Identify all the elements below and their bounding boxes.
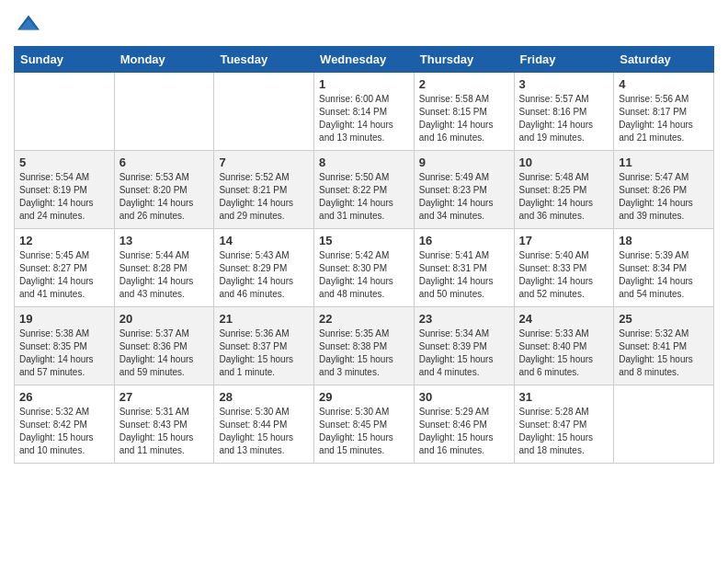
day-number: 11 (619, 155, 709, 169)
day-detail: Sunrise: 5:50 AM Sunset: 8:22 PM Dayligh… (319, 171, 409, 223)
calendar-cell: 8Sunrise: 5:50 AM Sunset: 8:22 PM Daylig… (314, 151, 415, 229)
day-number: 8 (319, 155, 409, 169)
calendar-cell (15, 73, 115, 151)
header-friday: Friday (514, 47, 614, 73)
day-number: 31 (519, 390, 609, 404)
day-detail: Sunrise: 5:43 AM Sunset: 8:29 PM Dayligh… (219, 249, 309, 301)
day-detail: Sunrise: 6:00 AM Sunset: 8:14 PM Dayligh… (319, 93, 409, 144)
calendar-page: SundayMondayTuesdayWednesdayThursdayFrid… (0, 0, 728, 477)
calendar-cell: 4Sunrise: 5:56 AM Sunset: 8:17 PM Daylig… (614, 73, 714, 151)
calendar-cell: 21Sunrise: 5:36 AM Sunset: 8:37 PM Dayli… (214, 307, 314, 385)
calendar-cell: 11Sunrise: 5:47 AM Sunset: 8:26 PM Dayli… (614, 151, 714, 229)
day-number: 2 (419, 77, 509, 91)
calendar-table: SundayMondayTuesdayWednesdayThursdayFrid… (14, 46, 714, 464)
day-number: 21 (219, 312, 309, 326)
day-number: 30 (419, 390, 509, 404)
day-detail: Sunrise: 5:30 AM Sunset: 8:45 PM Dayligh… (319, 406, 409, 457)
day-detail: Sunrise: 5:48 AM Sunset: 8:25 PM Dayligh… (519, 171, 609, 223)
day-detail: Sunrise: 5:57 AM Sunset: 8:16 PM Dayligh… (519, 93, 609, 144)
day-detail: Sunrise: 5:52 AM Sunset: 8:21 PM Dayligh… (219, 171, 309, 223)
calendar-cell: 16Sunrise: 5:41 AM Sunset: 8:31 PM Dayli… (414, 229, 514, 307)
calendar-week-row: 5Sunrise: 5:54 AM Sunset: 8:19 PM Daylig… (15, 151, 714, 229)
calendar-cell: 23Sunrise: 5:34 AM Sunset: 8:39 PM Dayli… (414, 307, 514, 385)
day-number: 15 (319, 234, 409, 247)
day-detail: Sunrise: 5:35 AM Sunset: 8:38 PM Dayligh… (319, 327, 409, 379)
calendar-cell: 27Sunrise: 5:31 AM Sunset: 8:43 PM Dayli… (114, 385, 214, 464)
calendar-cell: 25Sunrise: 5:32 AM Sunset: 8:41 PM Dayli… (614, 307, 714, 385)
day-detail: Sunrise: 5:30 AM Sunset: 8:44 PM Dayligh… (219, 406, 309, 457)
day-number: 29 (319, 390, 409, 404)
calendar-cell (614, 385, 714, 464)
day-number: 25 (619, 312, 709, 326)
day-detail: Sunrise: 5:45 AM Sunset: 8:27 PM Dayligh… (19, 249, 109, 301)
day-number: 9 (419, 155, 509, 169)
calendar-cell: 28Sunrise: 5:30 AM Sunset: 8:44 PM Dayli… (214, 385, 314, 464)
day-detail: Sunrise: 5:41 AM Sunset: 8:31 PM Dayligh… (419, 249, 509, 301)
calendar-cell: 10Sunrise: 5:48 AM Sunset: 8:25 PM Dayli… (514, 151, 614, 229)
day-detail: Sunrise: 5:44 AM Sunset: 8:28 PM Dayligh… (119, 249, 210, 301)
calendar-cell: 26Sunrise: 5:32 AM Sunset: 8:42 PM Dayli… (15, 385, 115, 464)
calendar-cell: 15Sunrise: 5:42 AM Sunset: 8:30 PM Dayli… (314, 229, 415, 307)
calendar-cell: 19Sunrise: 5:38 AM Sunset: 8:35 PM Dayli… (15, 307, 115, 385)
logo-icon (14, 9, 43, 39)
calendar-cell: 18Sunrise: 5:39 AM Sunset: 8:34 PM Dayli… (614, 229, 714, 307)
day-number: 7 (219, 155, 309, 169)
day-detail: Sunrise: 5:33 AM Sunset: 8:40 PM Dayligh… (519, 327, 609, 379)
header (14, 9, 714, 39)
day-number: 28 (219, 390, 309, 404)
day-number: 24 (519, 312, 609, 326)
calendar-cell: 1Sunrise: 6:00 AM Sunset: 8:14 PM Daylig… (314, 73, 415, 151)
header-thursday: Thursday (414, 47, 514, 73)
calendar-header-row: SundayMondayTuesdayWednesdayThursdayFrid… (15, 47, 714, 73)
day-detail: Sunrise: 5:47 AM Sunset: 8:26 PM Dayligh… (619, 171, 709, 223)
calendar-cell: 30Sunrise: 5:29 AM Sunset: 8:46 PM Dayli… (414, 385, 514, 464)
calendar-cell: 7Sunrise: 5:52 AM Sunset: 8:21 PM Daylig… (214, 151, 314, 229)
day-detail: Sunrise: 5:37 AM Sunset: 8:36 PM Dayligh… (119, 327, 210, 379)
calendar-cell: 13Sunrise: 5:44 AM Sunset: 8:28 PM Dayli… (114, 229, 214, 307)
day-detail: Sunrise: 5:56 AM Sunset: 8:17 PM Dayligh… (619, 93, 709, 144)
calendar-cell: 20Sunrise: 5:37 AM Sunset: 8:36 PM Dayli… (114, 307, 214, 385)
day-number: 23 (419, 312, 509, 326)
day-number: 12 (19, 234, 109, 247)
day-number: 26 (19, 390, 109, 404)
calendar-cell: 22Sunrise: 5:35 AM Sunset: 8:38 PM Dayli… (314, 307, 415, 385)
day-detail: Sunrise: 5:39 AM Sunset: 8:34 PM Dayligh… (619, 249, 709, 301)
header-sunday: Sunday (15, 47, 115, 73)
day-number: 4 (619, 77, 709, 91)
day-detail: Sunrise: 5:54 AM Sunset: 8:19 PM Dayligh… (19, 171, 109, 223)
day-number: 22 (319, 312, 409, 326)
day-detail: Sunrise: 5:32 AM Sunset: 8:42 PM Dayligh… (19, 406, 109, 457)
calendar-week-row: 26Sunrise: 5:32 AM Sunset: 8:42 PM Dayli… (15, 385, 714, 464)
calendar-cell: 24Sunrise: 5:33 AM Sunset: 8:40 PM Dayli… (514, 307, 614, 385)
calendar-cell: 5Sunrise: 5:54 AM Sunset: 8:19 PM Daylig… (15, 151, 115, 229)
day-detail: Sunrise: 5:32 AM Sunset: 8:41 PM Dayligh… (619, 327, 709, 379)
day-number: 1 (319, 77, 409, 91)
calendar-week-row: 1Sunrise: 6:00 AM Sunset: 8:14 PM Daylig… (15, 73, 714, 151)
day-number: 10 (519, 155, 609, 169)
day-number: 6 (119, 155, 210, 169)
calendar-cell: 31Sunrise: 5:28 AM Sunset: 8:47 PM Dayli… (514, 385, 614, 464)
day-number: 27 (119, 390, 210, 404)
day-number: 14 (219, 234, 309, 247)
header-wednesday: Wednesday (314, 47, 415, 73)
day-detail: Sunrise: 5:38 AM Sunset: 8:35 PM Dayligh… (19, 327, 109, 379)
calendar-cell: 9Sunrise: 5:49 AM Sunset: 8:23 PM Daylig… (414, 151, 514, 229)
day-detail: Sunrise: 5:49 AM Sunset: 8:23 PM Dayligh… (419, 171, 509, 223)
day-detail: Sunrise: 5:58 AM Sunset: 8:15 PM Dayligh… (419, 93, 509, 144)
day-detail: Sunrise: 5:31 AM Sunset: 8:43 PM Dayligh… (119, 406, 210, 457)
day-detail: Sunrise: 5:28 AM Sunset: 8:47 PM Dayligh… (519, 406, 609, 457)
calendar-week-row: 19Sunrise: 5:38 AM Sunset: 8:35 PM Dayli… (15, 307, 714, 385)
calendar-cell: 29Sunrise: 5:30 AM Sunset: 8:45 PM Dayli… (314, 385, 415, 464)
day-detail: Sunrise: 5:40 AM Sunset: 8:33 PM Dayligh… (519, 249, 609, 301)
calendar-week-row: 12Sunrise: 5:45 AM Sunset: 8:27 PM Dayli… (15, 229, 714, 307)
calendar-cell: 3Sunrise: 5:57 AM Sunset: 8:16 PM Daylig… (514, 73, 614, 151)
header-saturday: Saturday (614, 47, 714, 73)
day-number: 5 (19, 155, 109, 169)
header-monday: Monday (114, 47, 214, 73)
day-detail: Sunrise: 5:34 AM Sunset: 8:39 PM Dayligh… (419, 327, 509, 379)
day-number: 17 (519, 234, 609, 247)
day-number: 16 (419, 234, 509, 247)
calendar-cell: 6Sunrise: 5:53 AM Sunset: 8:20 PM Daylig… (114, 151, 214, 229)
day-number: 13 (119, 234, 210, 247)
calendar-cell: 2Sunrise: 5:58 AM Sunset: 8:15 PM Daylig… (414, 73, 514, 151)
